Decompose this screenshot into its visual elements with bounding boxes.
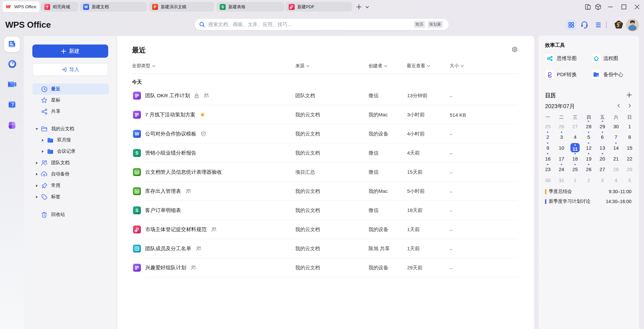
- svg-text:7: 7: [12, 103, 14, 107]
